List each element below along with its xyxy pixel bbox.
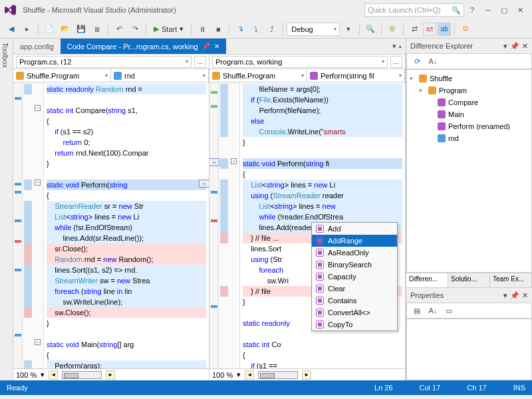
tree-item-perform-renamed-[interactable]: Perform (renamed)	[410, 120, 529, 132]
alphabetical-button[interactable]: A↓	[426, 303, 440, 318]
tree-item-main[interactable]: Main	[410, 108, 529, 120]
left-code-editor[interactable]: static readonly Random rnd =static int C…	[44, 82, 209, 368]
maximize-button[interactable]: ▢	[496, 2, 512, 18]
minimize-button[interactable]: ─	[480, 2, 496, 18]
tree-item-shuffle[interactable]: ▾Shuffle	[410, 72, 529, 84]
step-out-button[interactable]: ⤴	[265, 22, 279, 37]
open-file-button[interactable]: 📂	[58, 22, 72, 37]
fold-button[interactable]: −	[35, 339, 41, 345]
left-overview-ruler[interactable]	[13, 82, 23, 368]
property-pages-button[interactable]: ▭	[442, 303, 456, 318]
options-button[interactable]: ⚙	[458, 22, 473, 37]
diff-tree[interactable]: ▾Shuffle▾ProgramCompareMainPerform (rena…	[406, 69, 532, 273]
tree-item-compare[interactable]: Compare	[410, 96, 529, 108]
intellisense-item-addrange[interactable]: AddRange	[312, 235, 397, 247]
fold-button[interactable]: −	[35, 105, 41, 111]
quick-launch-input[interactable]: Quick Launch (Ctrl+Q) 🔍	[364, 3, 464, 17]
nav-back-button[interactable]: ◀	[4, 22, 19, 37]
left-class-combo[interactable]: Shuffle.Program	[13, 69, 111, 82]
main-toolbar: ◀ ▸ 📄 📂 💾 🗎 ↶ ↷ ▶ Start ▾ ⏸ ■ ↴ ⤵ ⤴ Debu…	[0, 20, 532, 39]
tabs-overflow-button[interactable]: ▾	[392, 42, 396, 51]
new-project-button[interactable]: 📄	[42, 22, 57, 37]
prev-diff-button[interactable]: ◄	[49, 370, 58, 380]
refresh-button[interactable]: ⟳	[410, 54, 424, 68]
prev-diff-button[interactable]: ◄	[245, 370, 254, 380]
redo-button[interactable]: ↷	[128, 22, 142, 37]
save-button[interactable]: 💾	[74, 22, 88, 37]
panel-pin-button[interactable]: 📌	[510, 291, 519, 300]
active-files-button[interactable]: ▪	[399, 43, 402, 51]
status-ch: Ch 17	[467, 384, 486, 392]
intellisense-item-add[interactable]: Add	[312, 223, 397, 235]
panel-close-button[interactable]: ✕	[522, 291, 528, 300]
next-diff-button[interactable]: ►	[106, 370, 115, 380]
tab-code-compare[interactable]: Code Compare - Pr...rogram.cs, working 📌…	[61, 39, 226, 54]
toolbox-tab[interactable]: Toolbox	[0, 39, 13, 380]
method-icon	[316, 237, 324, 245]
pin-icon[interactable]: 📌	[202, 43, 210, 50]
diff-mode-a[interactable]: a±	[423, 23, 436, 36]
left-member-combo[interactable]: rnd	[111, 69, 209, 82]
intellisense-item-copyto[interactable]: CopyTo	[312, 319, 397, 331]
method-icon	[316, 273, 324, 281]
diff-mode-ab[interactable]: ab	[438, 23, 451, 36]
link-marker[interactable]: ↔	[209, 158, 219, 166]
tab-solution-explorer[interactable]: Solutio...	[448, 273, 490, 287]
sort-button[interactable]: A↓	[426, 54, 440, 68]
intellisense-popup[interactable]: AddAddRangeAsReadOnlyBinarySearchCapacit…	[311, 222, 398, 331]
tab-app-config[interactable]: app.config	[13, 39, 61, 54]
left-hscroll[interactable]	[62, 371, 102, 379]
fold-button[interactable]: −	[231, 158, 237, 164]
panel-menu-button[interactable]: ▾	[503, 42, 507, 51]
fold-button[interactable]: −	[35, 180, 41, 186]
right-file-combo[interactable]: Program.cs, working	[212, 56, 388, 68]
status-ready: Ready	[7, 384, 28, 392]
compare-settings-button[interactable]: ⚙	[385, 22, 400, 37]
intellisense-item-asreadonly[interactable]: AsReadOnly	[312, 247, 397, 259]
start-debug-button[interactable]: ▶ Start ▾	[150, 25, 188, 33]
intellisense-item-contains[interactable]: Contains	[312, 295, 397, 307]
pause-button[interactable]: ⏸	[195, 22, 209, 37]
right-class-combo[interactable]: Shuffle.Program	[209, 69, 307, 82]
stop-button[interactable]: ■	[211, 22, 225, 37]
right-overview-ruler[interactable]	[209, 82, 219, 368]
intellisense-item-binarysearch[interactable]: BinarySearch	[312, 259, 397, 271]
right-hscroll[interactable]	[258, 371, 298, 379]
next-diff-button[interactable]: ►	[302, 370, 311, 380]
tree-item-rnd[interactable]: rnd	[410, 132, 529, 144]
step-into-button[interactable]: ↴	[233, 22, 247, 37]
link-marker[interactable]: ↔	[199, 180, 209, 188]
search-icon: 🔍	[452, 6, 461, 15]
toolbar-dropdown[interactable]: ▾	[341, 22, 356, 37]
start-label: Start	[162, 25, 177, 33]
step-over-button[interactable]: ⤵	[249, 22, 263, 37]
find-button[interactable]: 🔍	[363, 22, 378, 37]
config-combo[interactable]: Debug	[287, 23, 340, 36]
nav-forward-button[interactable]: ▸	[20, 22, 35, 37]
merge-button[interactable]: ⇄	[407, 22, 422, 37]
left-gutter: − − −	[23, 82, 44, 368]
left-browse-button[interactable]: …	[194, 56, 206, 68]
intellisense-item-capacity[interactable]: Capacity	[312, 271, 397, 283]
properties-grid[interactable]	[406, 319, 532, 380]
left-file-combo[interactable]: Program.cs, r12	[16, 56, 192, 68]
method-icon	[316, 309, 324, 317]
tree-item-program[interactable]: ▾Program	[410, 84, 529, 96]
intellisense-item-clear[interactable]: Clear	[312, 283, 397, 295]
panel-close-button[interactable]: ✕	[522, 42, 528, 51]
right-member-combo[interactable]: Perform(string fil	[307, 69, 405, 82]
panel-pin-button[interactable]: 📌	[510, 42, 519, 51]
tab-team-explorer[interactable]: Team Ex...	[490, 273, 532, 287]
undo-button[interactable]: ↶	[112, 22, 126, 37]
play-icon: ▶	[154, 25, 159, 33]
help-icon[interactable]: ?	[464, 2, 480, 18]
panel-menu-button[interactable]: ▾	[503, 291, 507, 300]
categorized-button[interactable]: ▤	[410, 303, 424, 318]
intellisense-item-convertall<>[interactable]: ConvertAll<>	[312, 307, 397, 319]
method-icon	[316, 321, 324, 329]
right-browse-button[interactable]: …	[390, 56, 402, 68]
save-all-button[interactable]: 🗎	[90, 22, 104, 37]
close-button[interactable]: ✕	[512, 2, 528, 18]
tab-difference-explorer[interactable]: Differen...	[406, 273, 448, 287]
close-tab-icon[interactable]: ✕	[214, 43, 219, 50]
